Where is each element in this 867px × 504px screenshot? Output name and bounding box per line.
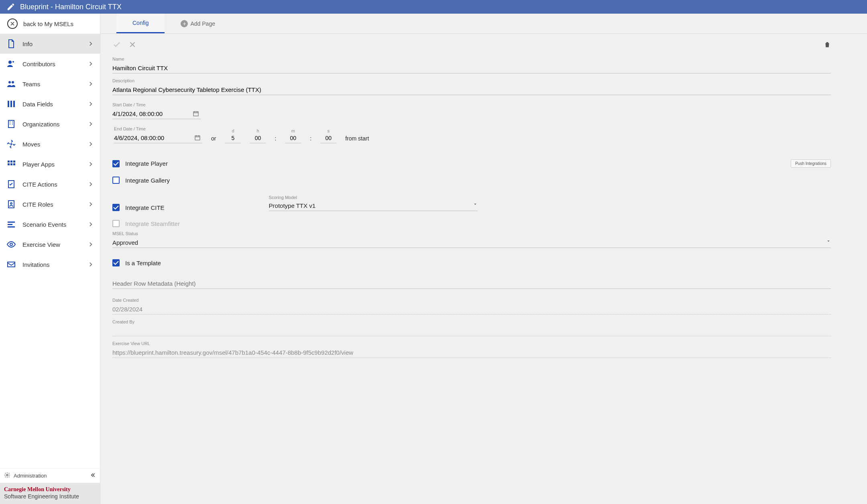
confirm-button[interactable]	[112, 40, 121, 50]
building-icon	[6, 119, 16, 129]
svg-rect-7	[8, 120, 14, 128]
name-label: Name	[112, 57, 831, 61]
svg-rect-26	[8, 262, 15, 267]
administration-button[interactable]: Administration	[0, 469, 100, 483]
chevron-right-icon	[87, 60, 94, 67]
hours-input[interactable]	[250, 133, 266, 143]
cancel-button[interactable]	[128, 41, 136, 50]
end-date-input[interactable]	[114, 133, 202, 143]
scoring-model-label: Scoring Model	[269, 195, 478, 200]
push-integrations-button[interactable]: Push Integrations	[791, 159, 831, 168]
svg-rect-17	[10, 163, 12, 165]
msel-status-select[interactable]: Approved	[112, 238, 831, 248]
chevron-right-icon	[87, 161, 94, 168]
start-date-label: Start Date / Time	[112, 102, 831, 107]
admin-label: Administration	[14, 473, 47, 479]
back-to-msels-button[interactable]: back to My MSELs	[0, 14, 100, 34]
svg-rect-16	[8, 163, 10, 165]
chevron-right-icon	[87, 201, 94, 208]
sidebar-item-label: Invitations	[22, 261, 50, 268]
svg-rect-24	[8, 226, 15, 228]
sidebar-item-label: Exercise View	[22, 241, 60, 248]
sidebar-item-label: CITE Roles	[22, 201, 53, 208]
sidebar-item-label: Data Fields	[22, 101, 53, 108]
svg-point-21	[10, 203, 12, 204]
sidebar-item-citeroles[interactable]: CITE Roles	[0, 194, 100, 214]
time-colon: :	[310, 135, 311, 143]
description-input[interactable]	[112, 85, 831, 95]
svg-point-25	[10, 243, 12, 246]
svg-rect-9	[12, 122, 13, 122]
chevron-right-icon	[87, 80, 94, 87]
close-circle-icon	[7, 18, 18, 29]
tab-config[interactable]: Config	[116, 14, 165, 33]
integrate-cite-checkbox[interactable]	[112, 204, 120, 211]
svg-rect-14	[10, 161, 12, 163]
sidebar-item-invitations[interactable]: Invitations	[0, 254, 100, 274]
sidebar-item-info[interactable]: Info	[0, 34, 100, 54]
eye-icon	[6, 240, 16, 249]
svg-rect-29	[195, 136, 200, 140]
minutes-label: m	[285, 128, 301, 133]
start-date-input[interactable]	[112, 109, 201, 119]
sidebar-item-moves[interactable]: Moves	[0, 134, 100, 154]
svg-rect-23	[8, 224, 12, 225]
apps-icon	[6, 159, 16, 169]
top-bar: Blueprint - Hamilton Circuit TTX	[0, 0, 867, 14]
chevron-right-icon	[87, 181, 94, 188]
sidebar-item-playerapps[interactable]: Player Apps	[0, 154, 100, 174]
sidebar-item-datafields[interactable]: Data Fields	[0, 94, 100, 114]
header-row-metadata-input[interactable]	[112, 278, 831, 289]
seconds-input[interactable]	[320, 133, 336, 143]
name-input[interactable]	[112, 63, 831, 73]
footer-brand: Carnegie Mellon University Software Engi…	[0, 483, 100, 504]
is-template-label: Is a Template	[125, 260, 161, 266]
scoring-model-select[interactable]: Scoring Model Prototype TTX v1	[269, 195, 478, 211]
sidebar-item-citeactions[interactable]: CITE Actions	[0, 174, 100, 194]
scoring-model-value: Prototype TTX v1	[269, 201, 478, 211]
chevron-right-icon	[87, 241, 94, 248]
integrate-steamfitter-label: Integrate Steamfitter	[125, 220, 180, 227]
timeline-icon	[6, 219, 16, 229]
sidebar-item-scenarioevents[interactable]: Scenario Events	[0, 214, 100, 234]
gear-icon	[4, 472, 10, 480]
msel-status-label: MSEL Status	[112, 231, 831, 236]
tab-bar: Config + Add Page	[100, 14, 867, 34]
id-badge-icon	[6, 199, 16, 209]
integrate-gallery-label: Integrate Gallery	[125, 177, 170, 184]
svg-rect-13	[8, 161, 10, 163]
created-by-value	[112, 326, 831, 336]
sidebar-item-teams[interactable]: Teams	[0, 74, 100, 94]
calendar-icon[interactable]	[194, 134, 201, 141]
sidebar-item-contributors[interactable]: Contributors	[0, 54, 100, 74]
integrate-cite-label: Integrate CITE	[125, 204, 165, 211]
columns-icon	[6, 99, 16, 109]
svg-rect-12	[10, 143, 12, 145]
sidebar-item-label: CITE Actions	[22, 181, 57, 188]
svg-rect-6	[13, 101, 15, 107]
app-logo-icon	[6, 2, 15, 11]
collapse-icon[interactable]	[90, 472, 96, 480]
brand-line-1: Carnegie Mellon University	[4, 486, 96, 493]
is-template-checkbox[interactable]	[112, 259, 120, 266]
days-input[interactable]	[225, 133, 241, 143]
sidebar-item-exerciseview[interactable]: Exercise View	[0, 234, 100, 254]
delete-button[interactable]	[824, 41, 831, 49]
sidebar-item-organizations[interactable]: Organizations	[0, 114, 100, 134]
integrate-player-label: Integrate Player	[125, 160, 168, 167]
integrate-gallery-checkbox[interactable]	[112, 177, 120, 184]
hours-label: h	[250, 128, 266, 133]
svg-rect-8	[10, 122, 10, 122]
minutes-input[interactable]	[285, 133, 301, 143]
sidebar-item-label: Moves	[22, 141, 40, 148]
svg-rect-4	[8, 101, 9, 107]
calendar-icon[interactable]	[193, 110, 199, 117]
chevron-right-icon	[87, 120, 94, 128]
mail-icon	[6, 260, 16, 269]
integrate-player-checkbox[interactable]	[112, 160, 120, 167]
tab-add-page[interactable]: + Add Page	[165, 14, 231, 33]
file-icon	[6, 39, 16, 49]
svg-rect-5	[10, 101, 12, 107]
date-created-label: Date Created	[112, 298, 831, 303]
description-label: Description	[112, 78, 831, 83]
